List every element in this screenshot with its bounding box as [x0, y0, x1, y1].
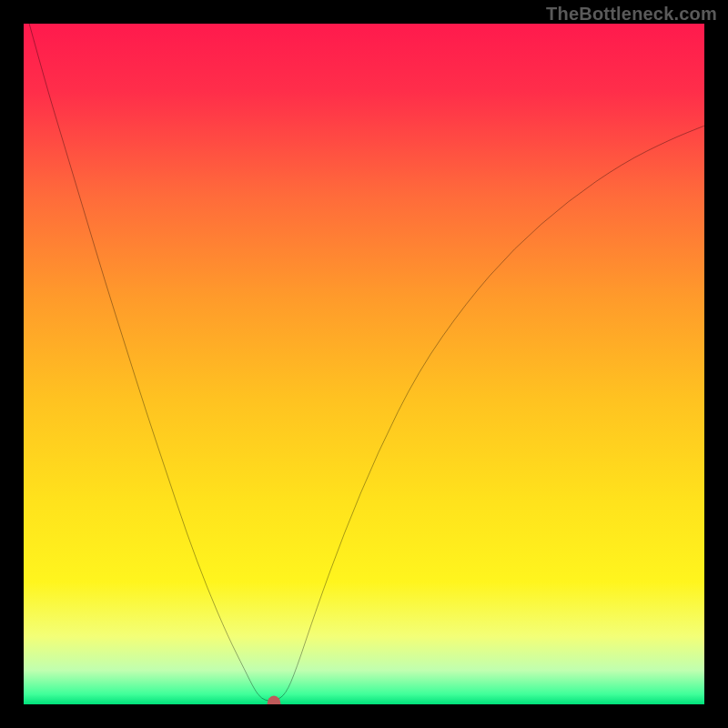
watermark-text: TheBottleneck.com [546, 4, 717, 25]
bottleneck-curve [24, 24, 704, 704]
plot-area [24, 24, 704, 704]
chart-container: TheBottleneck.com [0, 0, 728, 728]
